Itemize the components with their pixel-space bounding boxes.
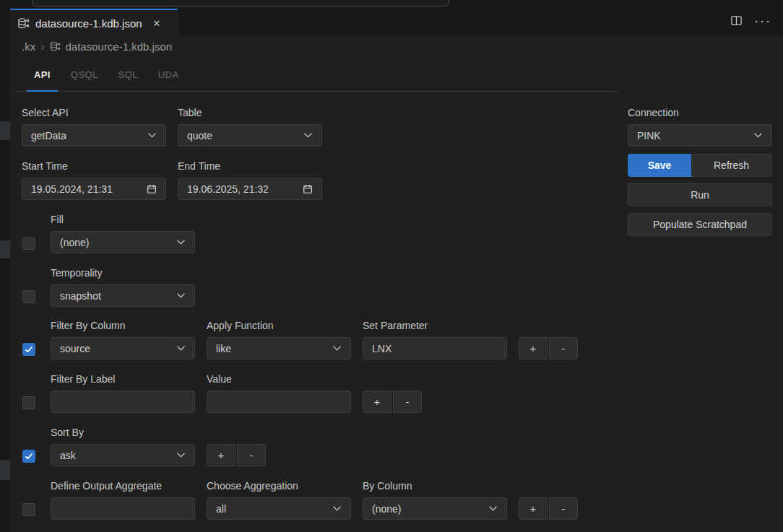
chevron-down-icon [488, 505, 498, 512]
set-parameter-label: Set Parameter [363, 320, 507, 331]
sort-remove-button[interactable]: - [237, 444, 266, 466]
define-output-aggregate-input[interactable] [51, 497, 195, 520]
chevron-down-icon [176, 452, 186, 458]
chevron-down-icon [332, 505, 342, 512]
chevron-down-icon [176, 345, 186, 352]
more-actions-icon[interactable]: ··· [754, 17, 771, 25]
tab-qsql[interactable]: QSQL [64, 70, 105, 92]
sort-by-value: ask [60, 450, 76, 461]
breadcrumb: .kx › datasource-1.kdb.json [22, 40, 172, 53]
aggregate-row-controls: + - [519, 497, 578, 520]
datasource-type-tabs: API QSQL SQL UDA [15, 70, 618, 92]
table-dropdown[interactable]: quote [178, 124, 322, 147]
label-filter-checkbox[interactable] [22, 396, 35, 409]
filter-by-label-input[interactable] [51, 391, 195, 413]
chevron-down-icon [176, 239, 186, 245]
connection-dropdown[interactable]: PINK [628, 124, 772, 147]
sort-by-dropdown[interactable]: ask [51, 444, 195, 466]
start-time-input[interactable]: 19.05.2024, 21:31 [22, 178, 166, 200]
breadcrumb-file[interactable]: datasource-1.kdb.json [66, 40, 173, 53]
filter-checkbox[interactable] [22, 343, 35, 356]
sort-by-label: Sort By [51, 427, 195, 438]
refresh-button[interactable]: Refresh [691, 154, 772, 177]
temporality-dropdown[interactable]: snapshot [51, 284, 195, 307]
sort-add-button[interactable]: + [207, 444, 235, 466]
apply-function-value: like [216, 343, 231, 354]
calendar-icon[interactable] [147, 184, 157, 194]
temporality-label: Temporality [51, 268, 195, 279]
editor-tab-bar: datasource-1.kdb.json ✕ ··· [0, 9, 783, 36]
populate-scratchpad-button[interactable]: Populate Scratchpad [628, 213, 772, 236]
fill-label: Fill [51, 214, 195, 225]
filter-by-label-label: Filter By Label [51, 374, 195, 385]
run-button[interactable]: Run [628, 183, 772, 206]
tab-uda[interactable]: UDA [151, 70, 186, 92]
chevron-right-icon: › [40, 42, 44, 52]
select-api-value: getData [31, 130, 66, 141]
save-refresh-group: Save Refresh [628, 154, 772, 177]
filter-column-value: source [60, 343, 90, 354]
chevron-down-icon [176, 292, 186, 299]
end-time-label: End Time [178, 161, 322, 172]
sort-row-controls: + - [207, 444, 266, 466]
label-filter-remove-button[interactable]: - [393, 391, 422, 413]
table-label: Table [178, 108, 322, 118]
temporality-checkbox[interactable] [22, 290, 35, 303]
value-input[interactable] [207, 391, 351, 413]
by-column-value: (none) [372, 503, 401, 515]
datasource-icon [17, 17, 30, 30]
by-column-label: By Column [363, 481, 507, 492]
filter-remove-button[interactable]: - [549, 337, 578, 359]
tab-sql[interactable]: SQL [111, 70, 145, 92]
save-button[interactable]: Save [628, 154, 691, 177]
end-time-input[interactable]: 19.06.2025, 21:32 [178, 178, 322, 200]
choose-aggregation-label: Choose Aggregation [207, 481, 351, 492]
filter-row-controls: + - [519, 337, 578, 359]
choose-aggregation-dropdown[interactable]: all [207, 497, 351, 520]
apply-function-label: Apply Function [207, 320, 351, 331]
tab-api[interactable]: API [27, 70, 58, 92]
close-icon[interactable]: ✕ [151, 17, 163, 30]
editor-tab-datasource[interactable]: datasource-1.kdb.json ✕ [10, 9, 178, 36]
aggregate-checkbox[interactable] [22, 503, 35, 516]
breadcrumb-root[interactable]: .kx [22, 40, 35, 53]
value-label: Value [207, 374, 351, 385]
table-value: quote [187, 130, 212, 141]
filter-by-column-label: Filter By Column [51, 320, 195, 331]
start-time-value: 19.05.2024, 21:31 [31, 183, 113, 195]
chevron-down-icon [332, 345, 342, 352]
label-filter-add-button[interactable]: + [363, 391, 392, 413]
select-api-dropdown[interactable]: getData [22, 124, 166, 147]
datasource-icon [50, 41, 61, 52]
fill-value: (none) [60, 237, 89, 248]
tab-title: datasource-1.kdb.json [35, 17, 142, 30]
apply-function-dropdown[interactable]: like [207, 337, 351, 359]
filter-add-button[interactable]: + [519, 337, 548, 359]
quick-input-remnant [32, 0, 449, 6]
aggregate-add-button[interactable]: + [519, 497, 548, 520]
sort-checkbox[interactable] [22, 450, 35, 463]
calendar-icon[interactable] [303, 184, 313, 194]
fill-checkbox[interactable] [22, 237, 35, 250]
editor-actions: ··· [730, 14, 771, 27]
define-output-aggregate-label: Define Output Aggregate [51, 481, 195, 492]
end-time-value: 19.06.2025, 21:32 [187, 183, 269, 195]
aggregate-remove-button[interactable]: - [549, 497, 578, 520]
temporality-value: snapshot [60, 290, 101, 302]
by-column-dropdown[interactable]: (none) [363, 497, 507, 520]
choose-aggregation-value: all [216, 503, 226, 515]
select-api-label: Select API [22, 108, 166, 118]
connection-value: PINK [637, 130, 661, 141]
filter-by-column-dropdown[interactable]: source [51, 337, 195, 359]
chevron-down-icon [303, 132, 313, 139]
chevron-down-icon [147, 132, 157, 139]
sidebar-edge [0, 7, 10, 532]
datasource-editor: datasource-1.kdb.json ✕ ··· .kx › [0, 0, 783, 532]
set-parameter-input[interactable] [363, 337, 507, 359]
connection-label: Connection [628, 108, 772, 118]
label-filter-row-controls: + - [363, 391, 422, 413]
fill-dropdown[interactable]: (none) [51, 231, 195, 253]
split-editor-icon[interactable] [730, 14, 743, 27]
chevron-down-icon [753, 132, 763, 139]
start-time-label: Start Time [22, 161, 166, 172]
